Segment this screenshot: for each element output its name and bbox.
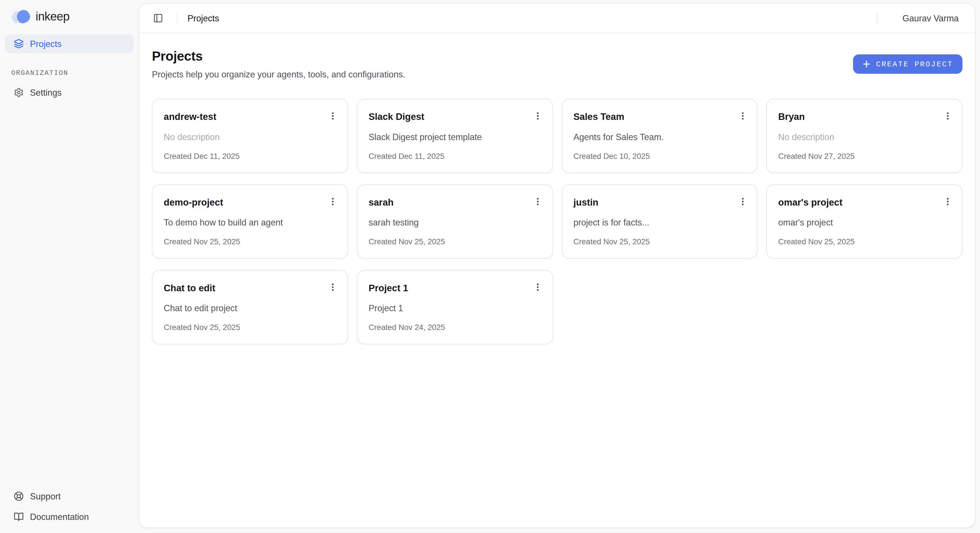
plus-icon (862, 60, 871, 68)
main-panel: Projects Gaurav Varma Projects Projects … (138, 3, 975, 528)
sidebar-section-organization: ORGANIZATION (11, 70, 134, 77)
layers-icon (14, 39, 24, 49)
project-name: Project 1 (369, 281, 408, 293)
project-description: Project 1 (369, 303, 541, 313)
inkeep-logo-icon (11, 10, 30, 24)
project-menu-button[interactable] (530, 279, 545, 294)
project-menu-button[interactable] (530, 194, 545, 209)
sidebar-item-projects[interactable]: Projects (5, 35, 134, 53)
project-description: To demo how to build an agent (164, 218, 336, 228)
more-vertical-icon (328, 282, 338, 291)
more-vertical-icon (328, 196, 338, 206)
project-card[interactable]: omar's project omar's project Created No… (767, 185, 963, 259)
sidebar-item-label: Projects (30, 39, 62, 49)
more-vertical-icon (533, 196, 542, 206)
project-created-date: Created Nov 25, 2025 (164, 237, 336, 246)
project-created-date: Created Nov 27, 2025 (778, 152, 950, 161)
project-menu-button[interactable] (735, 194, 750, 209)
more-vertical-icon (533, 111, 542, 121)
sidebar-item-label: Settings (30, 88, 62, 97)
project-name: sarah (369, 195, 394, 208)
projects-grid: andrew-test No description Created Dec 1… (152, 99, 963, 345)
more-vertical-icon (943, 111, 952, 121)
more-vertical-icon (328, 111, 338, 121)
sidebar: inkeep Projects ORGANIZATION (0, 0, 138, 533)
panel-left-icon (153, 13, 163, 23)
breadcrumb: Projects (188, 13, 219, 23)
page-subtitle: Projects help you organize your agents, … (152, 70, 405, 80)
project-name: omar's project (778, 195, 843, 208)
project-card[interactable]: Bryan No description Created Nov 27, 202… (767, 99, 963, 173)
project-name: Bryan (778, 109, 805, 122)
projects-page: Projects Projects help you organize your… (139, 33, 975, 527)
sidebar-item-support[interactable]: Support (5, 486, 134, 506)
project-description: omar's project (778, 218, 950, 228)
more-vertical-icon (738, 196, 748, 206)
project-card[interactable]: justin project is for facts... Created N… (562, 185, 757, 259)
project-description: Chat to edit project (164, 303, 336, 313)
project-menu-button[interactable] (735, 108, 750, 123)
project-name: Slack Digest (369, 109, 425, 122)
project-card[interactable]: Project 1 Project 1 Created Nov 24, 2025 (357, 270, 553, 344)
project-menu-button[interactable] (940, 108, 955, 123)
project-menu-button[interactable] (325, 279, 340, 294)
project-created-date: Created Nov 25, 2025 (778, 237, 950, 246)
sidebar-item-label: Support (30, 491, 60, 501)
lifebuoy-icon (14, 491, 24, 501)
project-card[interactable]: Slack Digest Slack Digest project templa… (357, 99, 553, 173)
project-created-date: Created Dec 11, 2025 (369, 152, 541, 161)
project-card[interactable]: sarah sarah testing Created Nov 25, 2025 (357, 185, 553, 259)
project-card[interactable]: Sales Team Agents for Sales Team. Create… (562, 99, 757, 173)
sidebar-nav: Projects (5, 35, 134, 53)
page-header: Projects Projects help you organize your… (152, 49, 963, 80)
sidebar-item-settings[interactable]: Settings (5, 83, 134, 102)
project-card[interactable]: andrew-test No description Created Dec 1… (152, 99, 348, 173)
project-menu-button[interactable] (940, 194, 955, 209)
sidebar-toggle-button[interactable] (150, 10, 167, 27)
page-title: Projects (152, 49, 405, 64)
project-name: Sales Team (573, 109, 624, 122)
sidebar-item-documentation[interactable]: Documentation (5, 506, 134, 527)
more-vertical-icon (738, 111, 748, 121)
project-card[interactable]: demo-project To demo how to build an age… (152, 185, 348, 259)
project-name: justin (573, 195, 598, 208)
project-name: demo-project (164, 195, 223, 208)
gear-icon (14, 88, 24, 97)
brand-name: inkeep (36, 10, 70, 24)
project-created-date: Created Nov 25, 2025 (573, 237, 746, 246)
project-description: Slack Digest project template (369, 132, 541, 142)
topbar-divider (177, 13, 177, 23)
project-description: No description (778, 132, 950, 142)
more-vertical-icon (943, 196, 952, 206)
project-created-date: Created Nov 25, 2025 (369, 237, 541, 246)
project-created-date: Created Dec 11, 2025 (164, 152, 336, 161)
more-vertical-icon (533, 282, 542, 291)
project-description: Agents for Sales Team. (573, 132, 746, 142)
project-description: sarah testing (369, 218, 541, 228)
project-menu-button[interactable] (325, 194, 340, 209)
project-menu-button[interactable] (530, 108, 545, 123)
project-description: No description (164, 132, 336, 142)
project-name: andrew-test (164, 109, 216, 122)
project-name: Chat to edit (164, 281, 215, 293)
project-created-date: Created Dec 10, 2025 (573, 152, 746, 161)
project-description: project is for facts... (573, 218, 746, 228)
brand-logo[interactable]: inkeep (11, 9, 134, 25)
app-root: inkeep Projects ORGANIZATION (0, 0, 980, 533)
project-created-date: Created Nov 24, 2025 (369, 323, 541, 332)
topbar-divider (877, 13, 878, 23)
sidebar-footer: Support Documentation (5, 486, 134, 527)
create-project-button[interactable]: CREATE PROJECT (853, 54, 963, 74)
book-open-icon (14, 512, 24, 522)
sidebar-item-label: Documentation (30, 512, 89, 522)
project-created-date: Created Nov 25, 2025 (164, 323, 336, 332)
project-card[interactable]: Chat to edit Chat to edit project Create… (152, 270, 348, 344)
topbar: Projects Gaurav Varma (139, 4, 975, 33)
project-menu-button[interactable] (325, 108, 340, 123)
user-menu[interactable]: Gaurav Varma (902, 13, 959, 23)
